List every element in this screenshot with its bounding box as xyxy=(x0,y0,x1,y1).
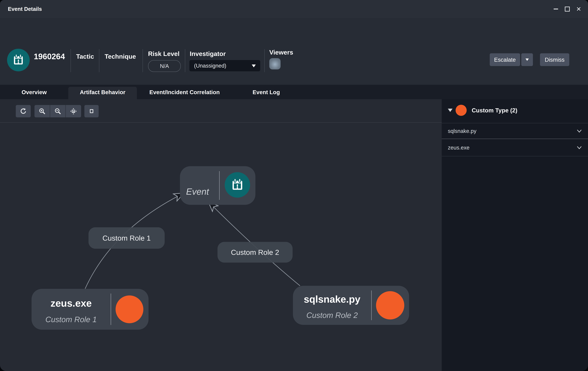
close-button[interactable]: ✕ xyxy=(572,0,585,18)
sidebar-item-label: sqlsnake.py xyxy=(448,128,476,134)
escalate-dropdown-button[interactable] xyxy=(521,53,533,66)
event-node-label: Event xyxy=(186,186,209,197)
graph-node-sqlsnake[interactable]: sqlsnake.py Custom Role 2 xyxy=(293,286,409,325)
minimize-icon xyxy=(554,9,558,10)
edge-label-custom-role-1: Custom Role 1 xyxy=(88,227,165,249)
graph-node-event[interactable]: Event xyxy=(180,166,255,205)
node-title: sqlsnake.py xyxy=(293,294,371,305)
legend-sidebar: Custom Type (2) sqlsnake.py zeus.exe xyxy=(442,99,588,371)
dismiss-button[interactable]: Dismiss xyxy=(540,53,569,66)
escalate-button[interactable]: Escalate xyxy=(490,53,520,66)
custom-type-color-dot xyxy=(456,105,467,116)
chevron-down-icon xyxy=(525,59,529,61)
event-details-window: Event Details ✕ 1960264 Tactic Techniqu xyxy=(0,0,588,371)
node-title: zeus.exe xyxy=(32,297,111,309)
sidebar-item-zeus[interactable]: zeus.exe xyxy=(442,139,588,156)
maximize-button[interactable] xyxy=(561,0,574,18)
edge-label-custom-role-2: Custom Role 2 xyxy=(218,242,293,263)
sidebar-item-sqlsnake[interactable]: sqlsnake.py xyxy=(442,123,588,139)
close-icon: ✕ xyxy=(576,6,581,12)
sidebar-divider xyxy=(442,156,588,156)
calendar-exclamation-icon xyxy=(230,177,245,193)
artifact-type-badge xyxy=(376,291,404,319)
collapse-group-icon[interactable] xyxy=(448,109,452,112)
minimize-button[interactable] xyxy=(549,0,562,18)
node-sublabel: Custom Role 1 xyxy=(32,315,111,324)
node-divider xyxy=(111,294,111,325)
node-divider xyxy=(371,290,372,320)
chevron-down-icon xyxy=(577,146,582,149)
artifact-type-badge xyxy=(116,296,143,323)
maximize-icon xyxy=(565,7,570,11)
node-divider xyxy=(219,171,220,200)
chevron-down-icon xyxy=(577,129,582,133)
sidebar-item-label: zeus.exe xyxy=(448,144,470,151)
graph-node-zeus[interactable]: zeus.exe Custom Role 1 xyxy=(32,289,148,330)
node-sublabel: Custom Role 2 xyxy=(293,311,371,320)
event-node-badge xyxy=(225,172,250,198)
custom-type-group-label: Custom Type (2) xyxy=(472,107,517,114)
